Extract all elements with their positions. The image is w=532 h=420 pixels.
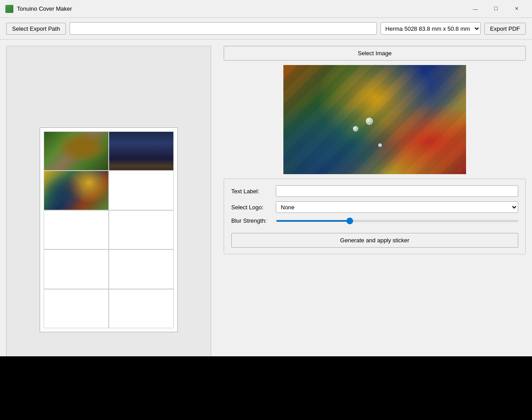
window-title: Tonuino Cover Maker (17, 5, 465, 12)
sticker-sheet (40, 127, 178, 332)
minimize-button[interactable]: — (465, 2, 486, 16)
sticker-cell-6[interactable] (109, 210, 174, 249)
close-button[interactable]: ✕ (506, 2, 527, 16)
sticker-cell-9[interactable] (44, 289, 109, 328)
sticker-cell-10[interactable] (109, 289, 174, 328)
app-window: Tonuino Cover Maker — ☐ ✕ Select Export … (0, 0, 532, 420)
app-icon (5, 5, 13, 13)
sticker-cell-4[interactable] (109, 171, 174, 210)
sticker-cell-8[interactable] (109, 249, 174, 289)
sticker-cell-7[interactable] (44, 249, 109, 289)
export-pdf-button[interactable]: Export PDF (484, 23, 526, 35)
sticker-cell-5[interactable] (44, 210, 109, 249)
text-label-row: Text Label: (231, 185, 518, 197)
select-image-button[interactable]: Select Image (224, 46, 526, 61)
blur-strength-slider[interactable] (276, 220, 518, 222)
controls-panel: Text Label: Select Logo: None Blur Stren… (224, 179, 526, 254)
select-logo-dropdown[interactable]: None (276, 201, 518, 213)
sticker-grid (44, 131, 174, 328)
blur-strength-row: Blur Strength: (231, 217, 518, 224)
wave-overlay (283, 65, 466, 174)
select-logo-label: Select Logo: (231, 204, 276, 211)
select-logo-row: Select Logo: None (231, 201, 518, 213)
preview-image (283, 65, 466, 174)
maximize-button[interactable]: ☐ (486, 2, 506, 16)
generate-sticker-button[interactable]: Generate and apply sticker (231, 233, 518, 248)
image-preview (224, 65, 526, 174)
select-export-path-button[interactable]: Select Export Path (6, 23, 66, 35)
label-type-selector[interactable]: Herma 5028 83.8 mm x 50.8 mm (381, 22, 481, 35)
sticker-cell-2[interactable] (109, 131, 174, 171)
blur-strength-slider-container (276, 220, 518, 222)
sticker-cell-1[interactable] (44, 131, 109, 171)
bottom-bar (0, 356, 532, 420)
blur-strength-label: Blur Strength: (231, 217, 276, 224)
export-path-input[interactable] (70, 22, 377, 35)
toolbar: Select Export Path Herma 5028 83.8 mm x … (0, 18, 532, 40)
text-label-input[interactable] (276, 185, 518, 197)
titlebar: Tonuino Cover Maker — ☐ ✕ (0, 0, 532, 18)
text-label-label: Text Label: (231, 188, 276, 195)
window-controls: — ☐ ✕ (465, 2, 527, 16)
sticker-cell-3[interactable] (44, 171, 109, 210)
